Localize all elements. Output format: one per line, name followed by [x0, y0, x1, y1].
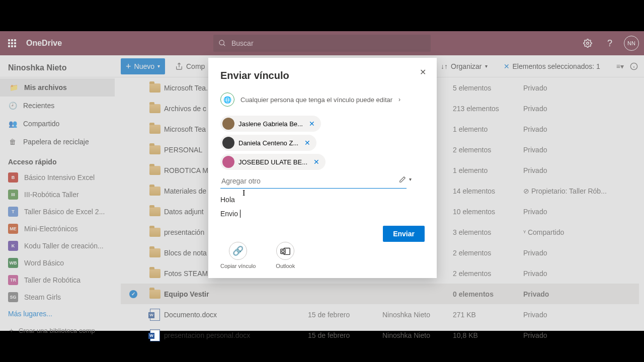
file-name: Equipo Vestir [164, 290, 308, 298]
selected-count[interactable]: ✕ Elementos seleccionados: 1 [504, 62, 600, 70]
share-command[interactable]: Comp [175, 62, 205, 70]
file-sharing: Privado [523, 146, 614, 154]
recipient-chip: Daniela Centeno Z...✕ [220, 135, 316, 151]
search-box[interactable]: Buscar [213, 35, 431, 52]
file-row[interactable]: ✓ Equipo Vestir 0 elementos Privado [121, 284, 639, 304]
user-avatar[interactable]: NN [624, 36, 639, 51]
file-row[interactable]: Documento.docx 15 de febrero Ninoshka Ni… [121, 304, 639, 325]
file-size: 10 elementos [453, 208, 523, 216]
nav-icon: 📁 [9, 83, 18, 92]
outlook-option[interactable]: Outlook [276, 242, 295, 269]
file-modified: 15 de febrero [308, 331, 382, 339]
file-size: 2 elementos [453, 249, 523, 257]
app-launcher-button[interactable] [0, 31, 24, 55]
chevron-down-icon: ▾ [485, 63, 488, 69]
quick-access-item[interactable]: KKodu Taller de creación... [0, 237, 115, 254]
folder-icon [149, 228, 160, 237]
site-badge: III [8, 190, 18, 200]
help-icon: ? [607, 38, 612, 49]
search-placeholder: Buscar [231, 39, 254, 47]
file-sharing: Privado [523, 105, 614, 113]
checkmark-icon: ✓ [129, 290, 137, 298]
file-modified: 15 de febrero [308, 311, 382, 319]
remove-chip-button[interactable]: ✕ [307, 120, 317, 128]
chevron-right-icon: › [398, 96, 400, 103]
quick-access-title: Acceso rápido [0, 151, 115, 169]
folder-icon [149, 290, 160, 299]
quick-access-item[interactable]: SGSteam Girls [0, 289, 115, 306]
sidebar-item-mis-archivos[interactable]: 📁Mis archivos [0, 78, 115, 97]
site-badge: ME [8, 224, 18, 234]
row-checkbox[interactable]: ✓ [121, 290, 146, 298]
quick-access-item[interactable]: BBásico Intensivo Excel [0, 169, 115, 186]
folder-icon [149, 166, 160, 175]
chevron-down-icon[interactable]: ▾ [409, 176, 412, 182]
nav-icon: 👥 [8, 120, 17, 128]
send-button[interactable]: Enviar [383, 226, 425, 242]
new-button[interactable]: + Nuevo ▾ [121, 58, 165, 74]
file-sharing: Privado [523, 269, 614, 278]
share-icon [175, 62, 183, 70]
permission-selector[interactable]: 🌐 Cualquier persona que tenga el vínculo… [220, 93, 425, 107]
create-library-link[interactable]: ＋ Crear una biblioteca comp [0, 322, 115, 339]
pencil-icon[interactable] [399, 176, 406, 183]
more-places-link[interactable]: Más lugares... [0, 306, 115, 322]
info-icon[interactable] [630, 62, 638, 70]
close-icon: ✕ [504, 62, 510, 70]
site-badge: K [8, 241, 18, 251]
file-size: 14 elementos [453, 187, 523, 195]
file-sharing: Privado [523, 249, 614, 257]
link-icon: 🔗 [229, 242, 247, 260]
quick-access-item[interactable]: WBWord Básico [0, 254, 115, 272]
file-size: 3 elementos [453, 228, 523, 236]
quick-access-item[interactable]: TTaller Básico de Excel 2... [0, 203, 115, 220]
svg-line-1 [223, 44, 225, 46]
file-sharing: Privado [523, 166, 614, 174]
quick-access-item[interactable]: MEMini-Electrónicos [0, 220, 115, 237]
copy-link-option[interactable]: 🔗 Copiar vínculo [220, 242, 256, 269]
file-size: 0 elementos [453, 290, 523, 298]
file-sharing: Privado [523, 331, 614, 339]
gear-icon [583, 39, 592, 48]
file-name: presentacion personal.docx [164, 331, 308, 339]
plus-icon: + [126, 63, 131, 70]
folder-icon [149, 145, 160, 154]
search-icon [218, 39, 226, 47]
recipient-input[interactable] [220, 174, 407, 189]
file-sharing: ᵞ Compartido [523, 228, 614, 236]
word-doc-icon [150, 309, 160, 321]
svg-point-2 [587, 42, 589, 45]
file-sharing: Privado [523, 84, 614, 92]
outlook-icon [276, 242, 294, 260]
message-input[interactable]: Hola Envio [220, 196, 425, 224]
left-nav: Ninoshka Nieto 📁Mis archivos🕘Recientes👥C… [0, 55, 115, 331]
nav-icon: 🗑 [8, 138, 17, 146]
sidebar-item-papelera-de-reciclaje[interactable]: 🗑Papelera de reciclaje [0, 133, 115, 151]
site-badge: WB [8, 258, 18, 268]
quick-access-item[interactable]: TRTaller de Robótica [0, 272, 115, 289]
file-row[interactable]: presentacion personal.docx 15 de febrero… [121, 325, 639, 345]
remove-chip-button[interactable]: ✕ [311, 158, 321, 166]
file-size: 2 elementos [453, 146, 523, 154]
sidebar-item-recientes[interactable]: 🕘Recientes [0, 97, 115, 115]
text-cursor: I [243, 189, 245, 198]
organize-command[interactable]: ↓↑ Organizar ▾ [441, 62, 487, 70]
recipient-chips: Jaslene Gabriela Be...✕Daniela Centeno Z… [220, 116, 425, 170]
help-button[interactable]: ? [602, 35, 618, 51]
quick-access-item[interactable]: IIIIII-Robótica Taller [0, 186, 115, 203]
file-size: 213 elementos [453, 105, 523, 113]
settings-button[interactable] [580, 35, 596, 51]
avatar [222, 156, 234, 168]
file-sharing: Privado [523, 290, 614, 298]
site-badge: B [8, 172, 18, 183]
folder-icon [149, 207, 160, 216]
sidebar-item-compartido[interactable]: 👥Compartido [0, 115, 115, 133]
avatar [222, 118, 234, 130]
modal-close-button[interactable]: ✕ [416, 65, 430, 79]
avatar [222, 137, 234, 149]
remove-chip-button[interactable]: ✕ [302, 139, 312, 147]
view-toggle-button[interactable]: ≡▾ [616, 62, 624, 70]
modal-title: Enviar vínculo [220, 70, 425, 81]
chevron-down-icon: ▾ [157, 63, 160, 69]
site-badge: SG [8, 292, 18, 302]
